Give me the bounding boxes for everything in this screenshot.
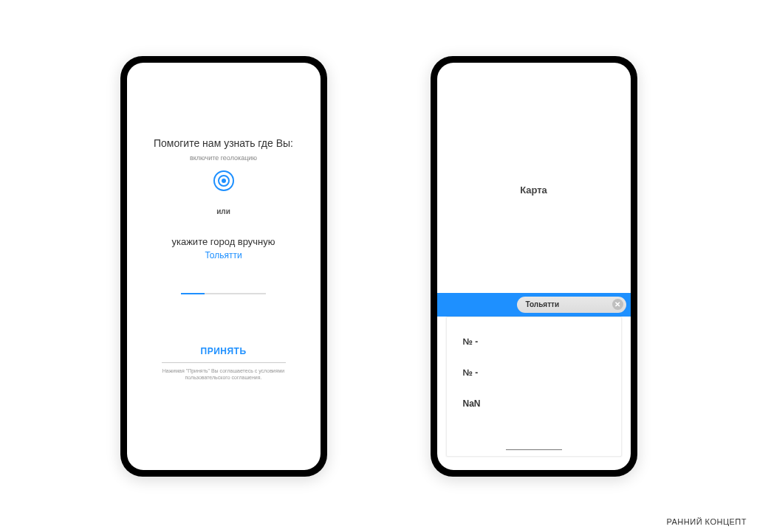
screen-map-search: Карта Тольятти ✕ № - № - NaN — [437, 63, 631, 470]
search-bar: Тольятти ✕ — [437, 293, 631, 317]
search-input-value: Тольятти — [526, 300, 560, 308]
manual-city-label: укажите город вручную — [127, 236, 321, 247]
city-link[interactable]: Тольятти — [127, 250, 321, 260]
clear-search-icon[interactable]: ✕ — [612, 299, 623, 310]
location-heading: Помогите нам узнать где Вы: — [149, 137, 298, 151]
footer-caption: РАННИЙ КОНЦЕПТ — [666, 517, 747, 526]
accept-button[interactable]: ПРИНЯТЬ — [127, 346, 321, 356]
sheet-handle[interactable] — [506, 449, 562, 450]
geo-subtext: включите геолокацию — [127, 154, 321, 162]
legal-text: Нажимая "Принять" Вы соглашаетесь с усло… — [161, 367, 287, 381]
phone-mock-left: Помогите нам узнать где Вы: включите гео… — [120, 56, 327, 477]
map-placeholder-label: Карта — [437, 184, 631, 196]
search-input[interactable]: Тольятти ✕ — [517, 297, 626, 313]
divider — [162, 362, 286, 363]
result-row[interactable]: № - — [447, 357, 621, 388]
or-divider: или — [127, 207, 321, 215]
target-icon — [218, 175, 230, 187]
result-row[interactable]: № - — [447, 326, 621, 357]
geolocation-button[interactable] — [213, 170, 234, 191]
screen-location-setup: Помогите нам узнать где Вы: включите гео… — [127, 63, 321, 470]
progress-bar — [181, 293, 266, 294]
result-row[interactable]: NaN — [447, 388, 621, 419]
phone-mock-right: Карта Тольятти ✕ № - № - NaN — [431, 56, 637, 477]
results-sheet: № - № - NaN — [446, 317, 622, 457]
